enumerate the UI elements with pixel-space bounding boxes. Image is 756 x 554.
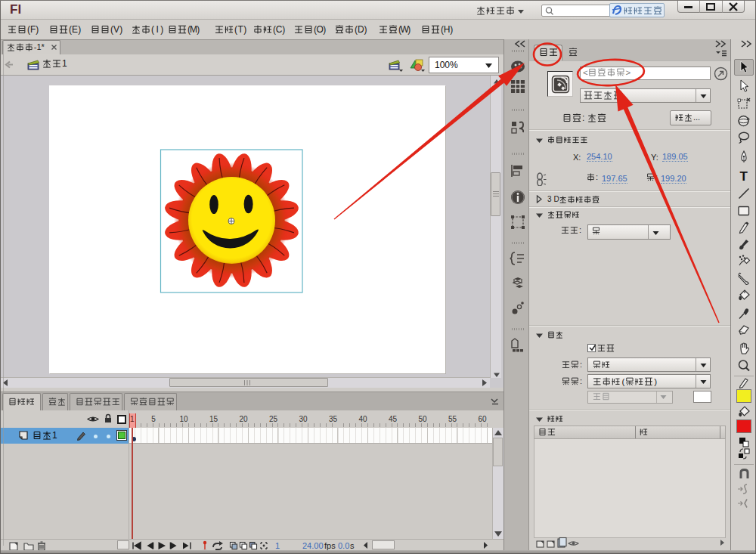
svg-text:T: T (740, 169, 748, 183)
svg-text:1: 1 (52, 430, 57, 441)
svg-text::: : (579, 225, 581, 234)
svg-text::: : (580, 376, 582, 385)
svg-text:): ) (654, 377, 657, 386)
svg-text:>: > (626, 68, 631, 77)
svg-text::: : (582, 113, 584, 123)
svg-text:(W): (W) (398, 24, 411, 35)
svg-text:(T): (T) (234, 24, 246, 35)
svg-text:(F): (F) (27, 24, 39, 35)
svg-text:(V): (V) (110, 24, 122, 35)
svg-text:...: ... (693, 113, 700, 122)
svg-text::: : (655, 172, 658, 181)
svg-text:(I): (I) (151, 24, 163, 35)
svg-text:<: < (583, 68, 588, 77)
svg-text:(: ( (622, 377, 625, 386)
svg-text:3D: 3D (547, 195, 559, 203)
svg-text:(O): (O) (314, 24, 326, 35)
svg-text:(C): (C) (273, 24, 285, 35)
svg-text:(D): (D) (355, 24, 367, 35)
svg-text:-1*: -1* (34, 42, 45, 51)
svg-text:(E): (E) (69, 24, 81, 35)
svg-text:(H): (H) (441, 24, 453, 35)
svg-text::: : (580, 360, 582, 369)
svg-text:(M): (M) (187, 24, 200, 35)
svg-text:1: 1 (62, 58, 67, 69)
svg-text::: : (596, 172, 598, 181)
